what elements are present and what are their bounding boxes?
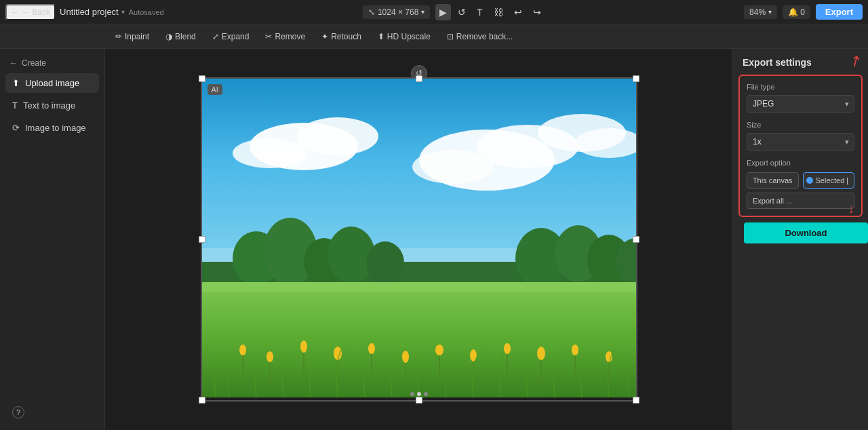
- svg-point-32: [572, 345, 578, 355]
- download-button[interactable]: Download: [744, 222, 868, 243]
- retouch-icon: ✦: [321, 32, 328, 41]
- select-tool-button[interactable]: ▶: [435, 4, 451, 20]
- zoom-button[interactable]: 84% ▾: [744, 5, 777, 19]
- hd-upscale-icon: ⬆: [378, 32, 384, 41]
- undo-button[interactable]: ↩: [510, 4, 526, 20]
- topbar-right: 84% ▾ 🔔 0 Export: [744, 4, 863, 20]
- remove-icon: ✂: [265, 32, 272, 41]
- topbar: ← ← Back Untitled project ▾ Autosaved ⤡ …: [0, 0, 868, 24]
- size-label: Size: [747, 121, 854, 129]
- canvas-pagination-dots: [410, 392, 428, 396]
- export-panel: ↗ Export settings File type JPEG PNG Web…: [732, 49, 868, 430]
- main: ← Create ⬆ Upload image T Text to image …: [0, 49, 868, 430]
- export-panel-title: Export settings: [733, 49, 868, 75]
- topbar-center: ⤡ 1024 × 768 ▾ ▶ ↺ T ⛓ ↩ ↪: [168, 4, 740, 20]
- retouch-button[interactable]: ✦ Retouch: [315, 29, 368, 44]
- autosaved-label: Autosaved: [129, 8, 164, 16]
- help-icon: ?: [12, 406, 24, 418]
- svg-point-6: [412, 150, 494, 184]
- text-tool-button[interactable]: T: [473, 4, 487, 20]
- svg-point-3: [233, 138, 307, 168]
- svg-point-25: [334, 347, 342, 360]
- download-section: ↓ Download: [733, 222, 868, 243]
- blend-button[interactable]: ◑ Blend: [159, 29, 203, 44]
- remove-button[interactable]: ✂ Remove: [258, 29, 312, 44]
- remove-bg-icon: ⊡: [447, 32, 454, 41]
- canvas-dot: [424, 392, 428, 396]
- export-settings-box: File type JPEG PNG WebP Size 1x 2x 3x Ex…: [738, 75, 863, 217]
- export-button[interactable]: Export: [816, 4, 863, 20]
- toolbar2: ✏ Inpaint ◑ Blend ⤢ Expand ✂ Remove ✦ Re…: [0, 24, 868, 49]
- hd-upscale-button[interactable]: ⬆ HD Upscale: [371, 29, 437, 44]
- svg-rect-21: [202, 282, 636, 292]
- link-tool-button[interactable]: ⛓: [490, 4, 507, 20]
- svg-point-30: [504, 343, 511, 354]
- chevron-down-icon: ▾: [121, 8, 125, 16]
- canvas-dot: [410, 392, 414, 396]
- chevron-down-icon: ▾: [421, 8, 425, 16]
- svg-point-22: [239, 345, 246, 355]
- sidebar-item-text-to-image[interactable]: T Text to image: [5, 96, 99, 115]
- create-icon: ←: [9, 58, 18, 68]
- sidebar-item-image-to-image[interactable]: ⟳ Image to image: [5, 118, 99, 138]
- handle-bottom-left[interactable]: [199, 397, 205, 404]
- bell-icon: 🔔: [788, 7, 798, 17]
- canvas-image-container: AI: [201, 77, 637, 402]
- sidebar-help-button[interactable]: ?: [5, 402, 99, 423]
- remove-background-button[interactable]: ⊡ Remove back...: [440, 29, 519, 44]
- file-type-select[interactable]: JPEG PNG WebP: [747, 95, 854, 113]
- svg-point-31: [537, 347, 545, 360]
- handle-middle-left[interactable]: [199, 236, 205, 243]
- redo-button[interactable]: ↪: [529, 4, 545, 20]
- inpaint-button[interactable]: ✏ Inpaint: [108, 29, 156, 44]
- arrow-to-download: ↓: [848, 201, 854, 216]
- svg-point-23: [267, 351, 273, 362]
- image-to-image-icon: ⟳: [12, 123, 20, 133]
- canvas-area[interactable]: ↺: [105, 49, 732, 430]
- svg-point-24: [300, 340, 307, 353]
- handle-top-left[interactable]: [199, 75, 205, 82]
- file-type-select-wrapper: JPEG PNG WebP: [747, 95, 854, 113]
- handle-bottom-right[interactable]: [633, 397, 639, 404]
- handle-top-right[interactable]: [633, 75, 639, 82]
- canvas-image: [202, 79, 636, 397]
- canvas-size-button[interactable]: ⤡ 1024 × 768 ▾: [363, 5, 430, 19]
- expand-button[interactable]: ⤢ Expand: [205, 29, 256, 44]
- this-canvas-button[interactable]: This canvas: [747, 172, 799, 189]
- svg-point-2: [297, 117, 378, 155]
- handle-top-middle[interactable]: [416, 75, 422, 82]
- sidebar-item-upload[interactable]: ⬆ Upload image: [5, 73, 99, 93]
- svg-rect-20: [202, 282, 636, 397]
- canvas-dot: [417, 392, 421, 396]
- size-select[interactable]: 1x 2x 3x: [747, 133, 854, 151]
- selected-layer-button[interactable]: Selected [: [803, 172, 855, 189]
- canvas-container: ↺: [201, 77, 637, 402]
- chevron-down-icon: ▾: [768, 8, 772, 16]
- text-icon: T: [12, 100, 18, 111]
- sidebar-bottom: ?: [5, 402, 99, 423]
- handle-middle-right[interactable]: [633, 236, 639, 243]
- back-icon: ←: [11, 7, 19, 17]
- radio-dot: [806, 177, 813, 184]
- svg-point-15: [366, 241, 404, 285]
- handle-bottom-middle[interactable]: [416, 397, 422, 404]
- svg-point-27: [402, 351, 409, 363]
- export-options-grid: This canvas Selected [: [747, 172, 854, 189]
- topbar-tools: ▶ ↺ T ⛓ ↩ ↪: [435, 4, 545, 20]
- svg-point-26: [368, 343, 375, 354]
- rotate-tool-button[interactable]: ↺: [454, 4, 470, 20]
- export-option-label: Export option: [747, 159, 854, 167]
- svg-point-28: [435, 345, 443, 355]
- sidebar: ← Create ⬆ Upload image T Text to image …: [0, 49, 105, 430]
- resize-icon: ⤡: [368, 7, 375, 17]
- topbar-left: ← ← Back Untitled project ▾ Autosaved: [5, 4, 164, 20]
- size-select-wrapper: 1x 2x 3x: [747, 133, 854, 151]
- expand-icon: ⤢: [212, 32, 219, 41]
- back-button[interactable]: ← ← Back: [5, 4, 56, 20]
- export-all-button[interactable]: Export all ...: [747, 193, 854, 209]
- project-name[interactable]: Untitled project ▾: [60, 7, 125, 17]
- selected-radio-group: Selected [: [806, 176, 852, 184]
- notifications-button[interactable]: 🔔 0: [783, 5, 810, 19]
- upload-icon: ⬆: [12, 78, 20, 88]
- file-type-label: File type: [747, 83, 854, 91]
